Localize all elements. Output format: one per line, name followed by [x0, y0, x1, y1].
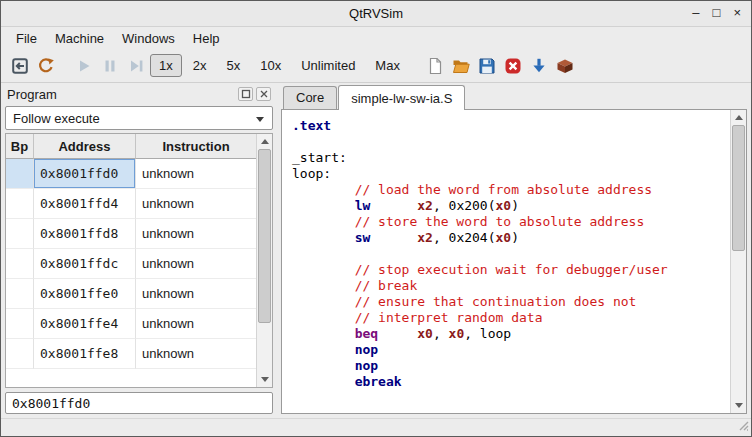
breakpoint-cell[interactable] — [6, 309, 34, 339]
pause-button[interactable] — [97, 53, 123, 79]
maximize-button[interactable]: □ — [713, 5, 721, 21]
cache-button[interactable] — [552, 53, 578, 79]
address-cell[interactable]: 0x8001ffdc — [34, 249, 136, 279]
tab-core[interactable]: Core — [283, 86, 337, 109]
minimize-button[interactable]: – — [692, 5, 699, 21]
follow-dropdown[interactable]: Follow execute — [5, 106, 273, 130]
code-line[interactable]: nop — [292, 358, 730, 374]
address-cell[interactable]: 0x8001ffe4 — [34, 309, 136, 339]
reset-machine-button[interactable] — [7, 53, 33, 79]
code-line[interactable]: // ensure that continuation does not — [292, 294, 730, 310]
close-panel-button[interactable] — [256, 87, 271, 101]
program-table-body: 0x8001ffd0unknown0x8001ffd4unknown0x8001… — [6, 159, 256, 387]
menu-windows[interactable]: Windows — [113, 29, 184, 48]
breakpoint-cell[interactable] — [6, 159, 34, 189]
speed-2x-button[interactable]: 2x — [184, 54, 216, 77]
editor-scroll-down-button[interactable] — [731, 398, 746, 413]
instruction-cell[interactable]: unknown — [136, 279, 256, 309]
download-memory-button[interactable] — [526, 53, 552, 79]
scroll-up-button[interactable] — [257, 134, 272, 149]
run-button[interactable] — [71, 53, 97, 79]
instruction-cell[interactable]: unknown — [136, 159, 256, 189]
instruction-cell[interactable]: unknown — [136, 189, 256, 219]
code-area[interactable]: .text _start:loop: // load the word from… — [282, 110, 730, 413]
step-button[interactable] — [123, 53, 149, 79]
instruction-cell[interactable]: unknown — [136, 219, 256, 249]
speed-5x-button[interactable]: 5x — [217, 54, 249, 77]
table-row[interactable]: 0x8001ffe0unknown — [6, 279, 256, 309]
code-line[interactable]: _start: — [292, 150, 730, 166]
editor-scroll-up-button[interactable] — [731, 110, 746, 125]
table-row[interactable]: 0x8001ffe4unknown — [6, 309, 256, 339]
undock-panel-button[interactable] — [238, 87, 253, 101]
undock-icon — [241, 89, 251, 99]
table-row[interactable]: 0x8001ffe8unknown — [6, 339, 256, 369]
column-header-bp[interactable]: Bp — [6, 134, 34, 159]
tab-source-file[interactable]: simple-lw-sw-ia.S — [338, 85, 465, 110]
code-line[interactable]: // break — [292, 278, 730, 294]
address-cell[interactable]: 0x8001ffe8 — [34, 339, 136, 369]
close-button[interactable]: × — [733, 5, 741, 21]
pause-icon — [100, 56, 120, 76]
breakpoint-cell[interactable] — [6, 189, 34, 219]
speed-1x-button[interactable]: 1x — [150, 54, 182, 77]
instruction-cell[interactable]: unknown — [136, 309, 256, 339]
speed-10x-button[interactable]: 10x — [251, 54, 290, 77]
menu-machine[interactable]: Machine — [46, 29, 113, 48]
code-line[interactable] — [292, 246, 730, 262]
breakpoint-cell[interactable] — [6, 249, 34, 279]
resize-grip-icon — [736, 418, 749, 431]
instruction-cell[interactable]: unknown — [136, 249, 256, 279]
program-table-scrollbar[interactable] — [256, 134, 272, 387]
code-line[interactable]: nop — [292, 342, 730, 358]
address-cell[interactable]: 0x8001ffe0 — [34, 279, 136, 309]
instruction-cell[interactable]: unknown — [136, 339, 256, 369]
editor-scrollbar-thumb[interactable] — [732, 125, 745, 251]
address-cell[interactable]: 0x8001ffd4 — [34, 189, 136, 219]
code-line[interactable]: .text — [292, 118, 730, 134]
save-file-button[interactable] — [474, 53, 500, 79]
panel-splitter[interactable] — [273, 85, 281, 418]
address-cell[interactable]: 0x8001ffd0 — [34, 159, 136, 189]
open-file-button[interactable] — [448, 53, 474, 79]
code-line[interactable]: // store the word to absolute address — [292, 214, 730, 230]
code-line[interactable]: sw x2, 0x204(x0) — [292, 230, 730, 246]
address-cell[interactable]: 0x8001ffd8 — [34, 219, 136, 249]
breakpoint-cell[interactable] — [6, 219, 34, 249]
breakpoint-cell[interactable] — [6, 279, 34, 309]
reload-machine-button[interactable] — [33, 53, 59, 79]
breakpoint-cell[interactable] — [6, 339, 34, 369]
code-line[interactable]: lw x2, 0x200(x0) — [292, 198, 730, 214]
menu-file[interactable]: File — [7, 29, 46, 48]
code-line[interactable]: // load the word from absolute address — [292, 182, 730, 198]
editor-scrollbar-track[interactable] — [731, 125, 746, 398]
scrollbar-track[interactable] — [257, 149, 272, 372]
address-input[interactable] — [5, 392, 273, 414]
table-row[interactable]: 0x8001ffdcunknown — [6, 249, 256, 279]
program-table: Bp Address Instruction 0x8001ffd0unknown… — [5, 133, 273, 388]
code-line[interactable]: // stop execution wait for debugger/user — [292, 262, 730, 278]
close-file-button[interactable] — [500, 53, 526, 79]
play-icon — [74, 56, 94, 76]
menu-help[interactable]: Help — [184, 29, 229, 48]
new-file-button[interactable] — [422, 53, 448, 79]
code-line[interactable] — [292, 134, 730, 150]
code-line[interactable]: // interpret random data — [292, 310, 730, 326]
code-line[interactable]: loop: — [292, 166, 730, 182]
table-row[interactable]: 0x8001ffd4unknown — [6, 189, 256, 219]
download-arrow-icon — [529, 56, 549, 76]
column-header-address[interactable]: Address — [34, 134, 136, 159]
statusbar — [1, 418, 751, 436]
editor-scrollbar[interactable] — [730, 110, 746, 413]
speed-unlimited-button[interactable]: Unlimited — [292, 54, 364, 77]
table-row[interactable]: 0x8001ffd0unknown — [6, 159, 256, 189]
editor-panel: Core simple-lw-sw-ia.S .text _start:loop… — [281, 85, 747, 418]
table-row[interactable]: 0x8001ffd8unknown — [6, 219, 256, 249]
scrollbar-thumb[interactable] — [258, 149, 271, 323]
column-header-instruction[interactable]: Instruction — [136, 134, 256, 159]
code-line[interactable]: ebreak — [292, 374, 730, 390]
resize-grip[interactable] — [736, 418, 749, 434]
code-line[interactable]: beq x0, x0, loop — [292, 326, 730, 342]
scroll-down-button[interactable] — [257, 372, 272, 387]
speed-max-button[interactable]: Max — [366, 54, 409, 77]
